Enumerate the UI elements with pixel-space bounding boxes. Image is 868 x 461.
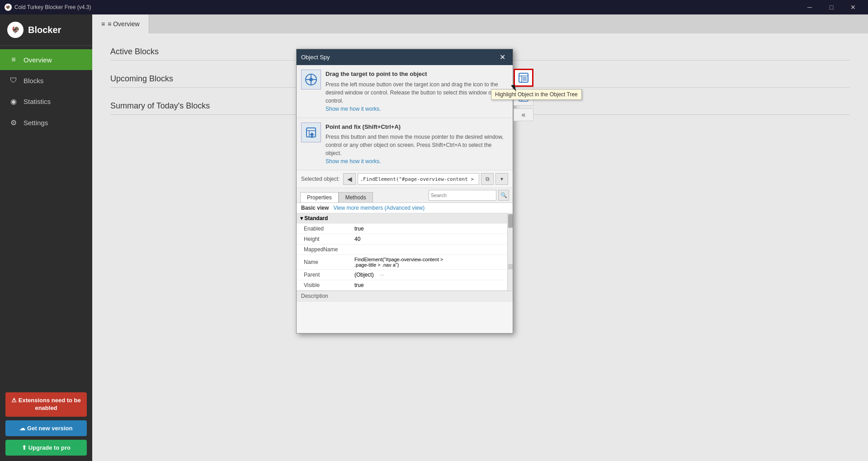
- titlebar: 🦃 Cold Turkey Blocker Free (v4.3) ─ □ ✕: [0, 0, 868, 14]
- basic-view-label: Basic view: [301, 205, 329, 211]
- description-body: [297, 301, 513, 333]
- drag-link[interactable]: Show me how it works.: [326, 106, 381, 112]
- new-version-button[interactable]: ☁ Get new version: [5, 420, 87, 436]
- minimize-button[interactable]: ─: [799, 0, 820, 14]
- sidebar-item-label-blocks: Blocks: [24, 77, 43, 85]
- prop-name-parent: Parent: [297, 270, 351, 280]
- logo-text: Blocker: [28, 25, 61, 35]
- point-title: Point and fix (Shift+Ctrl+A): [326, 122, 508, 132]
- titlebar-title: Cold Turkey Blocker Free (v4.3): [14, 4, 91, 10]
- prop-value-height: 40: [351, 234, 513, 245]
- prop-name-visible: Visible: [297, 280, 351, 291]
- tab-bar: ≡ ≡ Overview: [92, 14, 868, 33]
- svg-point-3: [309, 78, 313, 81]
- sidebar-item-label-overview: Overview: [24, 56, 52, 64]
- prop-value-enabled: true: [351, 224, 513, 234]
- drag-description: Press the left mouse button over the tar…: [326, 80, 508, 105]
- sidebar-bottom: ⚠ Extensions need to be enabled ☁ Get ne…: [0, 387, 92, 461]
- prop-row-visible: Visible true: [297, 280, 513, 291]
- dropdown-button[interactable]: ▾: [495, 173, 508, 185]
- statistics-icon: ◉: [9, 97, 18, 106]
- point-description: Press this button and then move the mous…: [326, 133, 508, 157]
- maximize-button[interactable]: □: [821, 0, 842, 14]
- prop-value-parent: (Object) ···: [351, 270, 513, 280]
- overview-icon: ≡: [9, 56, 18, 64]
- section-header-label: Standard: [304, 215, 328, 221]
- view-row: Basic view View more members (Advanced v…: [297, 203, 513, 213]
- tab-overview-label: ≡ Overview: [108, 20, 139, 28]
- spy-sidebar-buttons: «: [514, 69, 533, 121]
- description-section: Description: [297, 291, 513, 333]
- point-section: Point and fix (Shift+Ctrl+A) Press this …: [297, 118, 513, 171]
- settings-icon: ⚙: [9, 118, 18, 127]
- properties-container: ▾ Standard Enabled true Height 40 Mapped…: [297, 213, 513, 291]
- titlebar-controls: ─ □ ✕: [799, 0, 863, 14]
- highlight-tree-button[interactable]: [514, 69, 533, 87]
- search-row: 🔍: [429, 188, 509, 202]
- point-text: Point and fix (Shift+Ctrl+A) Press this …: [326, 122, 508, 166]
- prop-row-height: Height 40: [297, 234, 513, 245]
- sidebar-item-blocks[interactable]: 🛡 Blocks: [0, 70, 92, 91]
- back-button[interactable]: ◀: [343, 173, 356, 185]
- prop-name-height: Height: [297, 234, 351, 245]
- prop-name-mappedname: MappedName: [297, 245, 351, 255]
- description-header: Description: [297, 291, 513, 301]
- sidebar-item-statistics[interactable]: ◉ Statistics: [0, 91, 92, 112]
- search-input[interactable]: [429, 190, 496, 201]
- properties-table: ▾ Standard Enabled true Height 40 Mapped…: [297, 213, 513, 291]
- selected-object-label: Selected object:: [301, 176, 340, 182]
- sidebar-item-settings[interactable]: ⚙ Settings: [0, 112, 92, 133]
- prop-row-mappedname: MappedName: [297, 245, 513, 255]
- scrollbar-bottom: [508, 264, 513, 269]
- app-icon: 🦃: [5, 4, 12, 11]
- sidebar: 🦃 Blocker ≡ Overview 🛡 Blocks ◉ Statisti…: [0, 14, 92, 461]
- sidebar-logo: 🦃 Blocker: [0, 14, 92, 46]
- sidebar-item-label-statistics: Statistics: [24, 98, 51, 105]
- close-button[interactable]: ✕: [843, 0, 863, 14]
- advanced-view-link[interactable]: View more members (Advanced view): [333, 205, 425, 211]
- titlebar-left: 🦃 Cold Turkey Blocker Free (v4.3): [5, 4, 91, 11]
- props-tabs: Properties Methods: [300, 190, 373, 202]
- drag-target-icon[interactable]: [301, 70, 321, 89]
- upgrade-button[interactable]: ⬆ Upgrade to pro: [5, 440, 87, 456]
- prop-name-enabled: Enabled: [297, 224, 351, 234]
- standard-section-header: ▾ Standard: [297, 213, 513, 224]
- search-button[interactable]: 🔍: [498, 190, 509, 201]
- copy-button[interactable]: ⧉: [481, 173, 494, 185]
- scrollbar-thumb[interactable]: [508, 214, 513, 228]
- point-link[interactable]: Show me how it works.: [326, 158, 381, 165]
- prop-value-name: FindElement("#page-overview-content >.pa…: [351, 255, 513, 270]
- tab-properties[interactable]: Properties: [300, 192, 339, 202]
- drag-text: Drag the target to point to the object P…: [326, 70, 508, 113]
- selected-object-row: Selected object: ◀ ⧉ ▾: [297, 170, 513, 188]
- prop-value-visible: true: [351, 280, 513, 291]
- prop-row-enabled: Enabled true: [297, 224, 513, 234]
- prop-row-name: Name FindElement("#page-overview-content…: [297, 255, 513, 270]
- prop-row-parent: Parent (Object) ···: [297, 270, 513, 280]
- dialog-close-button[interactable]: ✕: [497, 52, 508, 62]
- point-icon[interactable]: [301, 122, 321, 142]
- sidebar-item-overview[interactable]: ≡ Overview: [0, 49, 92, 70]
- prop-name-name: Name: [297, 255, 351, 270]
- scrollbar-track[interactable]: [507, 213, 513, 291]
- collapse-button[interactable]: «: [514, 108, 533, 121]
- drag-title: Drag the target to point to the object: [326, 70, 508, 79]
- blocks-icon: 🛡: [9, 76, 18, 85]
- sidebar-nav: ≡ Overview 🛡 Blocks ◉ Statistics ⚙ Setti…: [0, 46, 92, 387]
- props-tabs-row: Properties Methods 🔍: [297, 188, 513, 203]
- tab-overview-icon: ≡: [101, 20, 105, 28]
- drag-section: Drag the target to point to the object P…: [297, 65, 513, 118]
- logo-icon: 🦃: [7, 22, 24, 38]
- object-spy-dialog: Object Spy ✕ Drag the target to point to…: [296, 49, 513, 334]
- extensions-button[interactable]: ⚠ Extensions need to be enabled: [5, 392, 87, 417]
- prop-value-mappedname: [351, 245, 513, 255]
- tab-methods[interactable]: Methods: [339, 192, 373, 202]
- spy-button-2[interactable]: [514, 88, 533, 106]
- tab-overview[interactable]: ≡ ≡ Overview: [92, 14, 149, 33]
- dialog-title: Object Spy: [301, 54, 330, 61]
- dialog-titlebar: Object Spy ✕: [297, 49, 513, 65]
- sidebar-item-label-settings: Settings: [24, 119, 48, 127]
- selected-object-input[interactable]: [358, 173, 479, 185]
- svg-rect-9: [523, 77, 526, 80]
